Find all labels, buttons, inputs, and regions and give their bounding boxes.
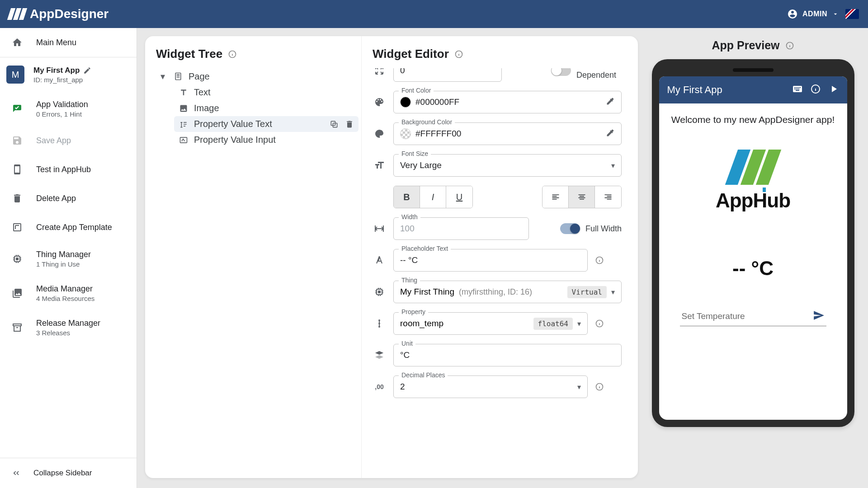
property-input-icon [179, 135, 189, 145]
widget-tree-title: Widget Tree [156, 47, 222, 61]
user-name: ADMIN [802, 10, 827, 18]
text-icon [179, 88, 189, 98]
thing-label: Thing [399, 277, 420, 284]
italic-button[interactable]: I [420, 186, 446, 208]
font-color-swatch [400, 97, 411, 108]
preview-panel: App Preview My First App Welcome to my n… [638, 28, 868, 488]
sidebar-collapse[interactable]: Collapse Sidebar [0, 458, 137, 488]
align-center-button[interactable] [569, 186, 595, 208]
editor-scroll[interactable]: Direction-Dependent Font Color [373, 68, 627, 475]
sidebar-delete[interactable]: Delete App [0, 184, 137, 213]
sidebar-thing-manager[interactable]: Thing Manager 1 Thing in Use [0, 242, 137, 276]
sidebar-release-manager[interactable]: Release Manager 3 Releases [0, 310, 137, 345]
info-icon[interactable] [810, 84, 821, 96]
chevron-down-icon: ▾ [611, 288, 615, 296]
chevron-down-icon: ▾ [577, 319, 581, 328]
widget-editor-title: Widget Editor [373, 47, 449, 61]
send-icon[interactable] [813, 310, 825, 323]
language-flag-uk[interactable] [845, 9, 859, 19]
top-bar: AppDesigner ADMIN [0, 0, 868, 28]
chip-icon [373, 285, 386, 299]
image-icon [179, 103, 189, 113]
tree-node-page[interactable]: ▾ Page [156, 68, 359, 84]
eyedropper-icon[interactable] [606, 97, 615, 108]
info-icon[interactable] [785, 41, 794, 50]
property-icon [373, 317, 386, 330]
app-id: ID: my_first_app [33, 76, 130, 84]
apphub-logo-text: AppHub [716, 189, 790, 212]
unit-input[interactable] [400, 350, 615, 360]
sidebar-test-label: Test in AppHub [36, 165, 91, 174]
temperature-display: -- °C [666, 257, 840, 280]
info-icon[interactable] [228, 50, 237, 59]
underline-button[interactable]: U [446, 186, 472, 208]
decimal-select[interactable]: ▾ [393, 375, 588, 398]
info-icon[interactable] [454, 50, 463, 59]
svg-point-10 [378, 319, 380, 321]
align-left-button[interactable] [542, 186, 569, 208]
apphub-logo: AppHub [716, 150, 790, 212]
chip-icon [11, 253, 24, 265]
property-chip: float64 [533, 318, 573, 330]
info-icon[interactable] [595, 319, 604, 328]
sidebar-main-menu[interactable]: Main Menu [0, 28, 137, 57]
property-select[interactable]: room_temp float64 ▾ [393, 312, 588, 335]
chevron-down-icon: ▾ [611, 161, 615, 170]
svg-rect-0 [14, 224, 21, 231]
tree-node-property-value-input[interactable]: Property Value Input [174, 132, 359, 148]
bg-color-swatch [400, 128, 411, 139]
keyboard-icon[interactable] [792, 84, 803, 96]
direction-value-input[interactable] [400, 68, 495, 75]
thing-select[interactable]: My First Thing (myfirstthing, ID: 16) Vi… [393, 281, 622, 303]
trash-icon [11, 192, 24, 205]
edit-icon[interactable] [83, 66, 91, 75]
bold-button[interactable]: B [394, 186, 420, 208]
sidebar-app-header[interactable]: M My First App ID: my_first_app [0, 57, 137, 92]
thing-value: My First Thing [400, 287, 454, 297]
align-group [542, 186, 622, 208]
app-logo: AppDesigner [9, 7, 787, 21]
phone-topbar: My First App [659, 76, 847, 103]
logo-stripes-icon [7, 8, 27, 20]
bg-color-label: Background Color [399, 118, 455, 126]
user-menu[interactable]: ADMIN [787, 9, 839, 19]
save-icon [11, 134, 24, 147]
set-temperature-input[interactable]: Set Temperature [680, 307, 826, 326]
sidebar-test[interactable]: Test in AppHub [0, 155, 137, 184]
play-icon[interactable] [828, 84, 839, 96]
editor-card: Widget Tree ▾ Page Text Image [145, 36, 638, 478]
eyedropper-icon[interactable] [606, 128, 615, 139]
font-color-input[interactable] [415, 97, 601, 107]
copy-icon[interactable] [330, 120, 339, 129]
media-icon [11, 287, 24, 300]
user-area: ADMIN [787, 9, 859, 19]
placeholder-input[interactable] [400, 255, 581, 265]
width-icon [373, 222, 386, 235]
bg-color-input[interactable] [415, 129, 601, 139]
info-icon[interactable] [595, 256, 604, 265]
full-width-toggle[interactable] [560, 223, 580, 234]
sidebar-template[interactable]: Create App Template [0, 213, 137, 242]
align-right-button[interactable] [595, 186, 621, 208]
font-color-label: Font Color [399, 87, 434, 94]
phone-notch [733, 68, 774, 72]
chevron-double-left-icon [11, 468, 21, 478]
sidebar-validation-sub: 0 Errors, 1 Hint [36, 110, 88, 118]
sidebar-save[interactable]: Save App [0, 126, 137, 155]
font-size-value [400, 160, 607, 170]
sidebar-validation[interactable]: App Validation 0 Errors, 1 Hint [0, 92, 137, 126]
svg-point-12 [378, 326, 380, 328]
thing-chip: Virtual [567, 286, 607, 298]
sidebar-media-sub: 4 Media Resources [36, 295, 94, 302]
tree-node-image[interactable]: Image [174, 100, 359, 116]
font-size-select[interactable]: ▾ [393, 154, 622, 177]
info-icon[interactable] [595, 382, 604, 391]
thing-secondary: (myfirstthing, ID: 16) [459, 287, 532, 297]
sidebar-media-manager[interactable]: Media Manager 4 Media Resources [0, 276, 137, 310]
direction-dependent-toggle[interactable] [551, 68, 571, 76]
trash-icon[interactable] [345, 120, 354, 129]
full-width-label: Full Width [585, 224, 622, 234]
template-icon [11, 221, 24, 234]
tree-node-text[interactable]: Text [174, 84, 359, 100]
tree-node-property-value-text[interactable]: Property Value Text [174, 116, 359, 132]
